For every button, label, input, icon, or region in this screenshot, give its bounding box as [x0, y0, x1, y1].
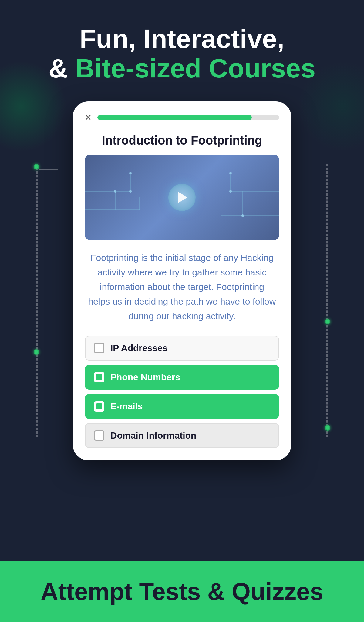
- header: Fun, Interactive, & Bite-sized Courses: [0, 0, 364, 95]
- checkbox-phone: [94, 372, 104, 382]
- checkbox-email-check: [96, 403, 102, 409]
- bottom-bar: Attempt Tests & Quizzes: [0, 561, 364, 622]
- progress-bar-background: [97, 115, 279, 120]
- progress-bar-fill: [97, 115, 252, 120]
- option-phone-label: Phone Numbers: [110, 372, 180, 382]
- video-background: [85, 155, 279, 240]
- phone-container: × Introduction to Footprinting: [0, 101, 364, 460]
- bottom-title: Attempt Tests & Quizzes: [41, 578, 323, 606]
- svg-point-16: [241, 214, 244, 217]
- svg-point-11: [129, 172, 132, 174]
- close-button[interactable]: ×: [85, 112, 91, 123]
- header-title: Fun, Interactive, & Bite-sized Courses: [24, 24, 340, 83]
- checkbox-domain: [94, 430, 104, 441]
- svg-point-12: [129, 190, 132, 193]
- checkbox-email: [94, 401, 104, 412]
- option-emails[interactable]: E-mails: [85, 394, 279, 419]
- video-thumbnail[interactable]: [85, 155, 279, 240]
- svg-point-14: [229, 172, 232, 174]
- header-line2: & Bite-sized Courses: [24, 54, 340, 83]
- header-line2-green: Bite-sized Courses: [75, 53, 315, 83]
- progress-bar-container: ×: [73, 101, 291, 131]
- option-phone-numbers[interactable]: Phone Numbers: [85, 365, 279, 390]
- option-ip-label: IP Addresses: [110, 343, 167, 353]
- svg-point-15: [229, 190, 232, 193]
- option-email-label: E-mails: [110, 401, 143, 412]
- play-button[interactable]: [168, 184, 196, 211]
- checkbox-phone-check: [96, 374, 102, 380]
- option-ip-addresses[interactable]: IP Addresses: [85, 336, 279, 361]
- svg-point-13: [114, 190, 116, 193]
- option-domain-information[interactable]: Domain Information: [85, 423, 279, 448]
- checkbox-ip: [94, 343, 104, 353]
- phone-card: × Introduction to Footprinting: [73, 101, 291, 460]
- course-description: Footprinting is the initial stage of any…: [73, 240, 291, 333]
- course-title: Introduction to Footprinting: [73, 131, 291, 155]
- header-line1: Fun, Interactive,: [24, 24, 340, 54]
- header-line2-prefix: &: [49, 53, 75, 83]
- options-list: IP Addresses Phone Numbers E-mails Domai…: [73, 333, 291, 454]
- option-domain-label: Domain Information: [110, 430, 196, 441]
- play-triangle-icon: [178, 192, 187, 203]
